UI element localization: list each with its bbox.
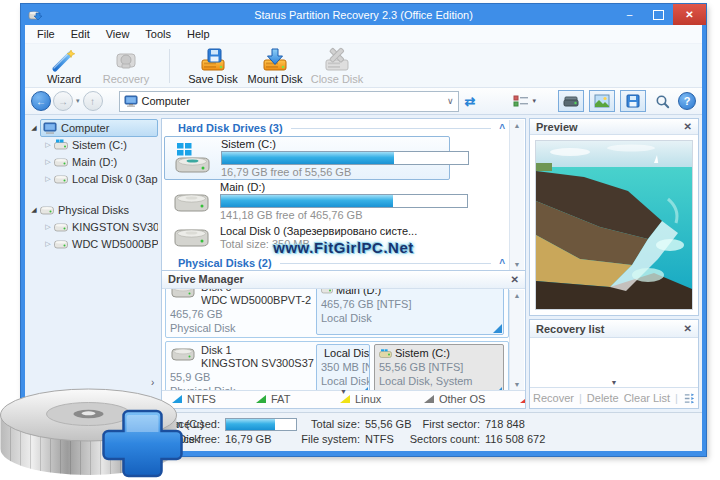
tree-item-kingston[interactable]: ▷ KINGSTON SV30 bbox=[28, 218, 158, 235]
tree-collapsed-icon[interactable]: ▷ bbox=[42, 223, 54, 231]
menu-view[interactable]: View bbox=[98, 27, 138, 41]
tree-item-sistem-c[interactable]: ▷ Sistem (C:) bbox=[28, 136, 158, 153]
resize-corner-icon[interactable] bbox=[493, 324, 502, 333]
tree-collapsed-icon[interactable]: ▷ bbox=[42, 141, 54, 149]
disk-type: Physical Disk bbox=[170, 321, 316, 335]
refresh-button[interactable]: ⇄ bbox=[465, 94, 476, 109]
drive-item-sistem-c[interactable]: Sistem (C:) 16,79 GB free of 55,56 GB bbox=[164, 136, 450, 180]
capacity-bar bbox=[221, 151, 469, 165]
address-bar[interactable]: Computer ∨ bbox=[119, 91, 459, 112]
maximize-icon bbox=[653, 10, 664, 20]
menu-edit[interactable]: Edit bbox=[63, 27, 98, 41]
drive-manager-panel: Drive Manager ✕ bbox=[162, 270, 525, 390]
menu-help[interactable]: Help bbox=[179, 27, 218, 41]
list-scrollbar[interactable]: ▲ ▼ bbox=[509, 120, 524, 270]
maximize-button[interactable] bbox=[644, 4, 673, 25]
partition-size: 465,76 GB [NTFS] bbox=[321, 297, 499, 311]
splitter-handle-icon[interactable]: ▼ bbox=[611, 379, 618, 386]
tree-expanded-icon[interactable]: ◢ bbox=[28, 206, 40, 214]
search-icon bbox=[655, 94, 670, 109]
menu-tools[interactable]: Tools bbox=[137, 27, 179, 41]
tree-expanded-icon[interactable]: ◢ bbox=[28, 124, 40, 132]
recovery-list-content[interactable]: ▼ bbox=[530, 338, 698, 387]
recover-button: Recover bbox=[533, 392, 574, 404]
recovery-list-toggle-button[interactable] bbox=[620, 90, 646, 112]
panel-title: Preview bbox=[536, 121, 578, 133]
tree-collapsed-icon[interactable]: ▷ bbox=[42, 240, 54, 248]
drive-manager-header[interactable]: Drive Manager ✕ bbox=[162, 271, 525, 289]
total-size-label: Total size: bbox=[280, 418, 360, 430]
tree-collapsed-icon[interactable]: ▷ bbox=[42, 158, 54, 166]
partition-local-disk-0[interactable]: Local Disk 0 350 MB [NTFS] Local Disk bbox=[316, 344, 370, 390]
right-column: Preview ✕ bbox=[529, 118, 699, 409]
drive-manager-scrollbar[interactable]: ▲ ▼ bbox=[509, 290, 524, 390]
partition-name: Local Disk 0 bbox=[324, 347, 370, 360]
minimize-button[interactable]: – bbox=[615, 4, 644, 25]
view-mode-button[interactable]: ▾ bbox=[513, 95, 536, 108]
first-sector-value: 718 848 bbox=[485, 418, 525, 430]
toolbar-separator bbox=[169, 49, 170, 83]
partition-sistem-c[interactable]: Sistem (C:) 55,56 GB [NTFS] Local Disk, … bbox=[374, 344, 504, 390]
drive-manager-toggle-button[interactable] bbox=[558, 90, 584, 112]
up-button: ↑ bbox=[83, 91, 103, 111]
resize-corner-icon[interactable] bbox=[359, 387, 368, 390]
close-disk-button: Close Disk bbox=[306, 47, 368, 85]
close-panel-icon[interactable]: ✕ bbox=[684, 121, 692, 132]
window-title: Starus Partition Recovery 2.3 (Office Ed… bbox=[21, 9, 706, 21]
title-bar[interactable]: Starus Partition Recovery 2.3 (Office Ed… bbox=[21, 4, 706, 25]
legend-corrupted: C bbox=[520, 393, 525, 405]
address-text: Computer bbox=[142, 95, 190, 107]
resize-corner-icon[interactable] bbox=[493, 387, 502, 390]
legend-label: FAT bbox=[271, 393, 290, 405]
preview-header[interactable]: Preview ✕ bbox=[530, 119, 698, 135]
scroll-up-icon[interactable]: ▲ bbox=[514, 292, 521, 299]
back-button[interactable]: ← bbox=[31, 91, 51, 111]
partition-type: Local Disk bbox=[321, 311, 499, 325]
navigation-bar: ← → ▾ ↑ Computer ∨ ⇄ bbox=[25, 88, 702, 115]
disk-row-1[interactable]: Disk 1 KINGSTON SV300S37 55,9 GB Physica… bbox=[165, 341, 509, 390]
tree-spacer bbox=[28, 187, 158, 201]
preview-toggle-button[interactable] bbox=[589, 90, 615, 112]
recovery-list-panel: Recovery list ✕ ▼ Recover | Delete Clear… bbox=[529, 319, 699, 409]
drive-item-main-d[interactable]: Main (D:) 141,18 GB free of 465,76 GB bbox=[164, 180, 509, 222]
close-button[interactable]: ✕ bbox=[673, 4, 706, 25]
disk-row-0[interactable]: Disk 0 WDC WD5000BPVT-2 465,76 GB Physic… bbox=[165, 289, 509, 338]
footer-separator: | bbox=[675, 392, 678, 404]
save-disk-button[interactable]: Save Disk bbox=[182, 47, 244, 85]
wizard-button[interactable]: Wizard bbox=[33, 47, 95, 85]
preview-panel: Preview ✕ bbox=[529, 118, 699, 316]
close-panel-icon[interactable]: ✕ bbox=[511, 274, 519, 285]
content-area: › ◢ Computer ▷ Sis bbox=[25, 115, 702, 412]
tree-item-physical-disks[interactable]: ◢ Physical Disks bbox=[28, 201, 158, 218]
tree-item-main-d[interactable]: ▷ Main (D:) bbox=[28, 153, 158, 170]
mount-disk-button[interactable]: Mount Disk bbox=[244, 47, 306, 85]
corrupted-triangle-icon bbox=[520, 395, 525, 403]
tree-item-label: Sistem (C:) bbox=[72, 139, 127, 151]
collapse-section-icon[interactable]: ^ bbox=[499, 258, 505, 269]
search-button[interactable] bbox=[651, 91, 673, 111]
tree-item-label: WDC WD5000BP bbox=[72, 238, 158, 250]
scroll-down-icon[interactable]: ▼ bbox=[514, 381, 521, 388]
tree-collapsed-icon[interactable]: ▷ bbox=[42, 175, 54, 183]
tree-item-local-disk-0[interactable]: ▷ Local Disk 0 (Зар bbox=[28, 170, 158, 187]
partition-main-d[interactable]: Main (D:) 465,76 GB [NTFS] Local Disk bbox=[316, 289, 504, 335]
tree-item-wdc[interactable]: ▷ WDC WD5000BP bbox=[28, 235, 158, 252]
history-dropdown-icon[interactable]: ▾ bbox=[76, 97, 80, 105]
drive-icon bbox=[54, 157, 68, 167]
computer-icon bbox=[43, 122, 57, 134]
address-dropdown-icon[interactable]: ∨ bbox=[447, 96, 454, 106]
mount-disk-icon bbox=[262, 47, 288, 73]
collapse-section-icon[interactable]: ^ bbox=[499, 123, 505, 134]
scroll-down-icon[interactable]: ▼ bbox=[514, 261, 521, 268]
delete-button: Delete bbox=[587, 392, 619, 404]
close-panel-icon[interactable]: ✕ bbox=[684, 323, 692, 334]
menu-file[interactable]: File bbox=[29, 27, 63, 41]
recovery-list-header[interactable]: Recovery list ✕ bbox=[530, 320, 698, 338]
tree-item-computer[interactable]: ◢ Computer bbox=[28, 119, 158, 136]
tree-item-label: Physical Disks bbox=[58, 204, 129, 216]
disk-size: 465,76 GB bbox=[170, 307, 316, 321]
list-options-icon[interactable] bbox=[683, 392, 695, 405]
drive-list-panel: Hard Disk Drives (3) ^ bbox=[161, 118, 526, 409]
help-button[interactable]: ? bbox=[678, 92, 696, 110]
scroll-up-icon[interactable]: ▲ bbox=[514, 122, 521, 129]
